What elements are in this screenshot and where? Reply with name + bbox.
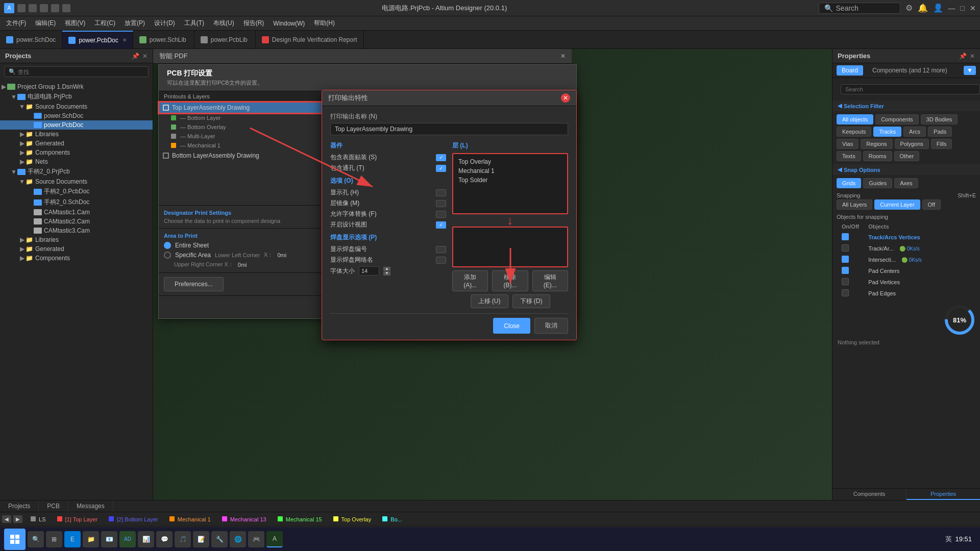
filter-keepouts[interactable]: Keepouts bbox=[837, 127, 871, 137]
tab-close-pcbdoc[interactable]: ✕ bbox=[122, 37, 127, 43]
menu-route[interactable]: 布线(U) bbox=[209, 18, 238, 29]
remove-layer-btn[interactable]: 移除 (B)... bbox=[492, 270, 528, 291]
layer-tab-ls[interactable]: LS bbox=[26, 515, 51, 523]
cb-pad-edges[interactable] bbox=[838, 288, 863, 298]
snap-off-btn[interactable]: Off bbox=[922, 199, 941, 210]
layer-tab-mech13[interactable]: Mechanical 13 bbox=[217, 515, 272, 523]
tree-item-power-project[interactable]: ▼ 电源电路.PrjPcb bbox=[0, 91, 153, 102]
prop-tab-components[interactable]: Components (and 12 more) bbox=[867, 65, 952, 76]
cb-track-arcs[interactable] bbox=[838, 232, 863, 242]
bottom-tab-pcb[interactable]: PCB bbox=[39, 500, 68, 512]
filter-3d-bodies[interactable]: 3D Bodies bbox=[921, 114, 958, 124]
taskbar-app7[interactable]: 🌐 bbox=[230, 531, 246, 547]
layer-tab-top-overlay[interactable]: Top Overlay bbox=[328, 515, 377, 523]
user-icon[interactable]: 👤 bbox=[933, 3, 943, 13]
cb-intersect[interactable] bbox=[838, 255, 863, 265]
pod-name-input[interactable] bbox=[330, 123, 568, 135]
snap-axes-btn[interactable]: Axes bbox=[894, 178, 918, 188]
radio-entire-sheet[interactable] bbox=[164, 242, 171, 249]
taskbar-mail-icon[interactable]: 📧 bbox=[101, 531, 117, 547]
layer-scroll-left[interactable]: ◀ bbox=[2, 515, 11, 523]
bottom-tab-messages[interactable]: Messages bbox=[68, 500, 113, 512]
snap-all-layers-btn[interactable]: All Layers bbox=[837, 199, 872, 210]
tree-item-power-schdoc[interactable]: power.SchDoc bbox=[0, 111, 153, 120]
tab-schlib[interactable]: power.SchLib bbox=[133, 31, 194, 48]
snap-current-layer-btn[interactable]: Current Layer bbox=[874, 199, 920, 210]
pod-cancel-button[interactable]: 取消 bbox=[534, 318, 568, 334]
right-tab-properties[interactable]: Properties bbox=[906, 489, 980, 500]
right-pin-icon[interactable]: 📌 bbox=[959, 53, 967, 60]
check-show-pad-num[interactable] bbox=[436, 246, 446, 253]
right-close-icon[interactable]: ✕ bbox=[970, 53, 975, 60]
menu-design[interactable]: 设计(D) bbox=[150, 18, 179, 29]
tree-item-camtastic1[interactable]: CAMtastic1.Cam bbox=[0, 208, 153, 217]
tab-schdoc[interactable]: power.SchDoc bbox=[0, 31, 62, 48]
cb-track-ar[interactable] bbox=[838, 243, 863, 254]
layer-scroll-right[interactable]: ▶ bbox=[13, 515, 22, 523]
add-layer-btn[interactable]: 添加 (A)... bbox=[452, 270, 488, 291]
pod-close-btn[interactable]: ✕ bbox=[561, 93, 570, 103]
filter-pads[interactable]: Pads bbox=[928, 127, 952, 137]
maximize-btn[interactable]: □ bbox=[961, 4, 965, 12]
taskbar-app8[interactable]: 🎮 bbox=[248, 531, 264, 547]
layer-tab-bottom[interactable]: [2] Bottom Layer bbox=[104, 515, 163, 523]
menu-place[interactable]: 放置(P) bbox=[120, 18, 149, 29]
tree-item-project-group[interactable]: ▶ Project Group 1.DsnWrk bbox=[0, 82, 153, 91]
snap-guides-btn[interactable]: Guides bbox=[863, 178, 892, 188]
layer-tab-mech1[interactable]: Mechanical 1 bbox=[164, 515, 216, 523]
font-size-stepper[interactable]: ▲ ▼ bbox=[383, 267, 390, 276]
menu-project[interactable]: 工程(C) bbox=[90, 18, 119, 29]
check-open-design[interactable]: ✓ bbox=[436, 221, 446, 229]
icon-undo[interactable] bbox=[51, 4, 59, 12]
menu-edit[interactable]: 编辑(E) bbox=[31, 18, 60, 29]
filter-other[interactable]: Other bbox=[894, 151, 920, 161]
pcb-area[interactable]: PCB 打印设置 可以在这里配置打印PCB文件的设置。 Printouts & … bbox=[153, 49, 832, 500]
layer-tab-top[interactable]: [1] Top Layer bbox=[52, 515, 103, 523]
right-tab-components[interactable]: Components bbox=[832, 489, 906, 500]
tree-item-source-docs[interactable]: ▼ 📁 Source Documents bbox=[0, 102, 153, 111]
settings-icon[interactable]: ⚙ bbox=[905, 3, 913, 13]
tree-item-libraries[interactable]: ▶ 📁 Libraries bbox=[0, 130, 153, 139]
filter-polygons[interactable]: Polygons bbox=[895, 139, 929, 149]
tree-item-source-docs-2[interactable]: ▼ 📁 Source Documents bbox=[0, 177, 153, 186]
tree-item-camtastic2[interactable]: CAMtastic2.Cam bbox=[0, 217, 153, 226]
font-size-down[interactable]: ▼ bbox=[383, 271, 390, 276]
layer-tab-mech15[interactable]: Mechanical 15 bbox=[273, 515, 327, 523]
tree-item-components[interactable]: ▶ 📁 Components bbox=[0, 148, 153, 157]
tab-pcbdoc[interactable]: power.PcbDoc ✕ bbox=[62, 31, 133, 48]
check-include-thru[interactable]: ✓ bbox=[436, 165, 446, 172]
icon-save[interactable] bbox=[40, 4, 48, 12]
check-show-holes[interactable] bbox=[436, 189, 446, 196]
taskbar-app4[interactable]: 🎵 bbox=[175, 531, 191, 547]
check-allow-fonts[interactable] bbox=[436, 211, 446, 218]
edit-layer-btn[interactable]: 编辑 (E)... bbox=[532, 270, 568, 291]
project-search-input[interactable] bbox=[18, 69, 144, 75]
radio-specific-area[interactable] bbox=[164, 252, 171, 259]
prop-search-input[interactable] bbox=[841, 84, 980, 94]
font-size-up[interactable]: ▲ bbox=[383, 267, 390, 271]
snap-grids-btn[interactable]: Grids bbox=[837, 178, 861, 188]
taskbar-explorer-icon[interactable]: 📁 bbox=[83, 531, 99, 547]
tree-item-power-pcbdoc[interactable]: power.PcbDoc bbox=[0, 120, 153, 130]
tree-item-handle-schdoc[interactable]: 手柄2_0.SchDoc bbox=[0, 197, 153, 208]
taskbar-altium-icon[interactable]: A bbox=[266, 531, 283, 547]
icon-open[interactable] bbox=[29, 4, 37, 12]
menu-file[interactable]: 文件(F) bbox=[2, 18, 30, 29]
filter-regions[interactable]: Regions bbox=[861, 139, 892, 149]
tab-drc[interactable]: Design Rule Verification Report bbox=[256, 31, 364, 48]
taskbar-app2[interactable]: 📊 bbox=[138, 531, 154, 547]
taskbar-search-icon[interactable]: 🔍 bbox=[28, 531, 44, 547]
prop-tab-board[interactable]: Board bbox=[837, 65, 863, 76]
tree-item-generated-2[interactable]: ▶ 📁 Generated bbox=[0, 244, 153, 254]
tree-item-handle-project[interactable]: ▼ 手柄2_0.PrjPcb bbox=[0, 166, 153, 177]
close-btn[interactable]: ✕ bbox=[970, 4, 976, 12]
tree-item-components-2[interactable]: ▶ 📁 Components bbox=[0, 254, 153, 263]
tree-item-nets[interactable]: ▶ 📁 Nets bbox=[0, 157, 153, 166]
move-down-btn[interactable]: 下移 (D) bbox=[512, 294, 550, 308]
taskbar-edge-icon[interactable]: E bbox=[64, 531, 81, 547]
cb-pad-centers[interactable] bbox=[838, 266, 863, 276]
font-size-input[interactable] bbox=[359, 266, 379, 276]
layer-tab-bo[interactable]: Bo... bbox=[377, 515, 407, 523]
tree-item-libraries-2[interactable]: ▶ 📁 Libraries bbox=[0, 235, 153, 244]
taskbar-app1[interactable]: AD bbox=[119, 531, 136, 547]
